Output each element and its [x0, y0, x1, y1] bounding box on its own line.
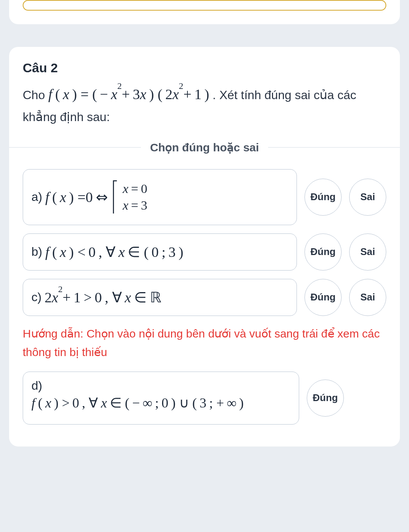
option-d-expr: f ( x ) > 0 , ∀ x ∈ ( − ∞ ; 0 ) ∪ ( 3 ; … [31, 395, 244, 411]
option-row-d: d) f ( x ) > 0 , ∀ x ∈ ( − ∞ ; 0 ) ∪ ( 3… [23, 372, 386, 425]
option-a-lhs: f ( x ) =0 ⇔ [45, 189, 111, 205]
true-button-b[interactable]: Đúng [304, 233, 342, 271]
left-bracket-icon [111, 180, 120, 214]
true-button-d[interactable]: Đúng [307, 380, 344, 417]
option-a-line2: x = 3 [123, 198, 147, 213]
false-button-a[interactable]: Sai [349, 179, 386, 216]
divider-line-left [9, 147, 141, 148]
option-row-b: b) f ( x ) < 0 , ∀ x ∈ ( 0 ; 3 ) Đúng Sa… [23, 233, 386, 271]
option-label-a: a) [31, 190, 42, 204]
section-divider: Chọn đúng hoặc sai [9, 141, 400, 154]
option-row-a: a) f ( x ) =0 ⇔ x = 0 x = 3 Đúng Sai [23, 169, 386, 225]
divider-line-right [268, 147, 400, 148]
question-body: Cho f ( x ) = ( − x2+ 3x ) ( 2x2+ 1 ) . … [23, 82, 386, 127]
question-prefix: Cho [23, 88, 48, 102]
option-label-c: c) [31, 290, 42, 304]
true-button-a[interactable]: Đúng [304, 179, 342, 216]
option-c-expr: 2x2+ 1 > 0 , ∀ x ∈ ℝ [45, 289, 162, 306]
option-label-d: d) [31, 379, 42, 393]
option-box-d[interactable]: d) f ( x ) > 0 , ∀ x ∈ ( − ∞ ; 0 ) ∪ ( 3… [23, 372, 299, 425]
question-title: Câu 2 [23, 61, 386, 75]
option-box-a[interactable]: a) f ( x ) =0 ⇔ x = 0 x = 3 [23, 169, 297, 225]
option-row-c: c) 2x2+ 1 > 0 , ∀ x ∈ ℝ Đúng Sai [23, 279, 386, 316]
false-button-b[interactable]: Sai [349, 233, 386, 271]
divider-label: Chọn đúng hoặc sai [141, 141, 268, 154]
question-formula: f ( x ) = ( − x2+ 3x ) ( 2x2+ 1 ) [48, 86, 209, 102]
option-a-line1: x = 0 [123, 182, 147, 196]
highlighted-box [23, 0, 386, 11]
option-a-bracket: x = 0 x = 3 [111, 180, 147, 214]
option-b-expr: f ( x ) < 0 , ∀ x ∈ ( 0 ; 3 ) [45, 244, 183, 260]
option-box-c[interactable]: c) 2x2+ 1 > 0 , ∀ x ∈ ℝ [23, 279, 297, 316]
false-button-c[interactable]: Sai [349, 279, 386, 316]
option-label-b: b) [31, 245, 42, 259]
true-button-c[interactable]: Đúng [304, 279, 342, 316]
hint-text: Hướng dẫn: Chọn vào nội dung bên dưới và… [23, 324, 386, 362]
prev-card-partial [9, 0, 400, 24]
question-card: Câu 2 Cho f ( x ) = ( − x2+ 3x ) ( 2x2+ … [9, 47, 400, 446]
option-box-b[interactable]: b) f ( x ) < 0 , ∀ x ∈ ( 0 ; 3 ) [23, 233, 297, 271]
